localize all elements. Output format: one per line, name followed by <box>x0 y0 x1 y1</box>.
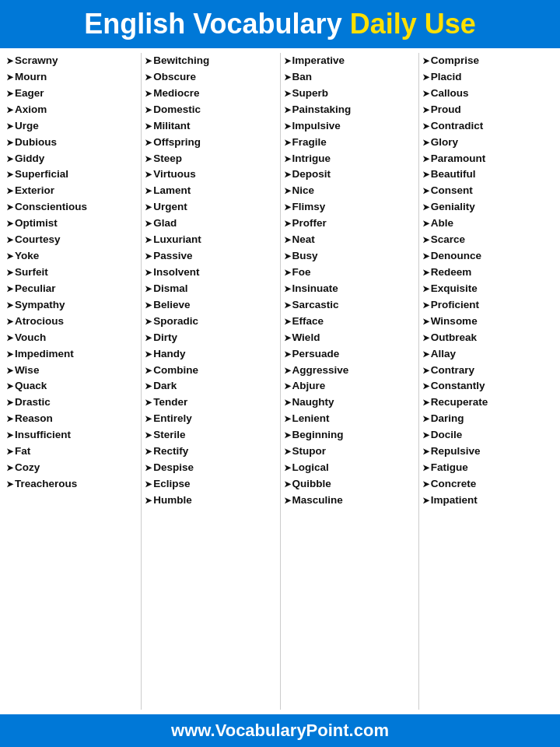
list-item: Able <box>422 216 554 232</box>
header: English Vocabulary Daily Use <box>0 0 560 48</box>
list-item: Axiom <box>6 102 138 118</box>
list-item: Painstaking <box>284 102 415 118</box>
list-item: Tender <box>145 395 276 411</box>
list-item: Geniality <box>422 199 554 216</box>
list-item: Imperative <box>284 53 415 69</box>
list-item: Beautiful <box>422 167 554 183</box>
list-item: Scarce <box>422 232 554 248</box>
list-item: Urge <box>6 118 138 135</box>
list-item: Comprise <box>422 53 554 69</box>
list-item: Allay <box>422 346 554 363</box>
list-item: Wise <box>6 363 138 379</box>
list-item: Courtesy <box>6 232 138 248</box>
list-item: Exquisite <box>422 281 554 297</box>
list-item: Impatient <box>422 493 554 509</box>
list-item: Offspring <box>145 135 276 151</box>
list-item: Paramount <box>422 151 554 167</box>
list-item: Contradict <box>422 118 554 135</box>
list-item: Atrocious <box>6 314 138 330</box>
list-item: Superficial <box>6 167 138 183</box>
list-item: Insinuate <box>284 281 415 297</box>
list-item: Impulsive <box>284 118 415 135</box>
list-item: Placid <box>422 69 554 86</box>
list-item: Peculiar <box>6 281 138 297</box>
list-item: Ban <box>284 69 415 86</box>
list-item: Bewitching <box>145 53 276 69</box>
list-item: Neat <box>284 232 415 248</box>
list-item: Wield <box>284 330 415 346</box>
list-item: Consent <box>422 183 554 199</box>
list-item: Constantly <box>422 378 554 395</box>
list-item: Lenient <box>284 411 415 427</box>
list-item: Foe <box>284 265 415 281</box>
list-item: Outbreak <box>422 330 554 346</box>
list-item: Vouch <box>6 330 138 346</box>
list-item: Dirty <box>145 330 276 346</box>
list-item: Cozy <box>6 460 138 476</box>
list-item: Sympathy <box>6 297 138 314</box>
list-item: Busy <box>284 248 415 265</box>
list-item: Treacherous <box>6 476 138 493</box>
list-item: Mourn <box>6 69 138 86</box>
list-item: Efface <box>284 314 415 330</box>
list-item: Abjure <box>284 378 415 395</box>
list-item: Aggressive <box>284 363 415 379</box>
list-item: Logical <box>284 460 415 476</box>
list-item: Intrigue <box>284 151 415 167</box>
list-item: Deposit <box>284 167 415 183</box>
page-title: English Vocabulary Daily Use <box>6 8 554 40</box>
footer-url: www.VocabularyPoint.com <box>171 721 389 740</box>
vocabulary-grid: ScrawnyMournEagerAxiomUrgeDubiousGiddySu… <box>0 48 560 714</box>
list-item: Persuade <box>284 346 415 363</box>
list-item: Naughty <box>284 395 415 411</box>
list-item: Sporadic <box>145 314 276 330</box>
list-item: Flimsy <box>284 199 415 216</box>
list-item: Eager <box>6 86 138 102</box>
list-item: Beginning <box>284 427 415 444</box>
list-item: Contrary <box>422 363 554 379</box>
title-yellow: Daily Use <box>350 8 476 40</box>
list-item: Domestic <box>145 102 276 118</box>
list-item: Entirely <box>145 411 276 427</box>
list-item: Fat <box>6 444 138 460</box>
list-item: Believe <box>145 297 276 314</box>
list-item: Humble <box>145 493 276 509</box>
list-item: Insolvent <box>145 265 276 281</box>
list-item: Reason <box>6 411 138 427</box>
column-2: BewitchingObscureMediocreDomesticMilitan… <box>142 53 280 710</box>
list-item: Glory <box>422 135 554 151</box>
list-item: Despise <box>145 460 276 476</box>
list-item: Concrete <box>422 476 554 493</box>
title-white: English Vocabulary <box>84 8 349 40</box>
list-item: Scrawny <box>6 53 138 69</box>
list-item: Urgent <box>145 199 276 216</box>
list-item: Surfeit <box>6 265 138 281</box>
list-item: Proffer <box>284 216 415 232</box>
list-item: Dubious <box>6 135 138 151</box>
list-item: Denounce <box>422 248 554 265</box>
list-item: Docile <box>422 427 554 444</box>
list-item: Optimist <box>6 216 138 232</box>
list-item: Yoke <box>6 248 138 265</box>
list-item: Proficient <box>422 297 554 314</box>
list-item: Combine <box>145 363 276 379</box>
list-item: Quack <box>6 378 138 395</box>
list-item: Luxuriant <box>145 232 276 248</box>
list-item: Conscientious <box>6 199 138 216</box>
list-item: Sarcastic <box>284 297 415 314</box>
list-item: Stupor <box>284 444 415 460</box>
list-item: Fragile <box>284 135 415 151</box>
list-item: Giddy <box>6 151 138 167</box>
list-item: Passive <box>145 248 276 265</box>
list-item: Nice <box>284 183 415 199</box>
list-item: Glad <box>145 216 276 232</box>
list-item: Fatigue <box>422 460 554 476</box>
list-item: Mediocre <box>145 86 276 102</box>
list-item: Virtuous <box>145 167 276 183</box>
footer: www.VocabularyPoint.com <box>0 714 560 747</box>
list-item: Dark <box>145 378 276 395</box>
list-item: Quibble <box>284 476 415 493</box>
column-4: ComprisePlacidCallousProudContradictGlor… <box>419 53 557 710</box>
list-item: Recuperate <box>422 395 554 411</box>
list-item: Repulsive <box>422 444 554 460</box>
